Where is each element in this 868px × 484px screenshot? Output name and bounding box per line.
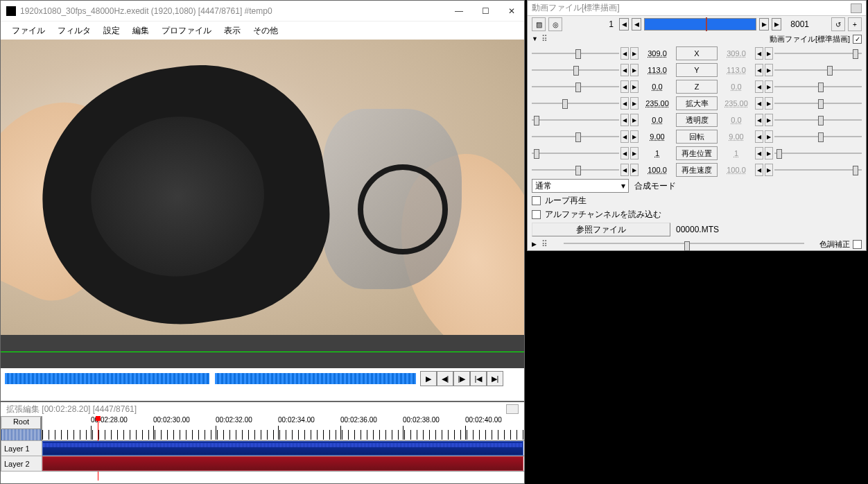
dec-button[interactable]: ◀ xyxy=(620,80,629,93)
param-slider-left[interactable] xyxy=(532,63,619,77)
dec-button[interactable]: ◀ xyxy=(755,64,763,76)
param-slider-right[interactable] xyxy=(774,163,862,177)
play-button[interactable]: ▶ xyxy=(420,371,437,386)
inc-button[interactable]: ▶ xyxy=(765,64,773,76)
param-value-left[interactable]: 113.0 xyxy=(640,66,675,74)
inc-button[interactable]: ▶ xyxy=(765,147,773,159)
param-value-right[interactable]: 235.00 xyxy=(719,99,754,107)
inc-button[interactable]: ▶ xyxy=(630,130,639,143)
layer-track-2[interactable] xyxy=(42,456,524,472)
param-slider-left[interactable] xyxy=(532,80,619,94)
layer-track-1[interactable] xyxy=(42,441,524,456)
section-header-2[interactable]: ▶ ⠿ 色調補正 xyxy=(528,238,866,250)
maximize-button[interactable]: ☐ xyxy=(478,4,492,18)
layer-label[interactable]: Layer 2 xyxy=(1,456,42,472)
param-slider-right[interactable] xyxy=(774,130,862,144)
slider-thumb[interactable] xyxy=(575,132,581,142)
section-enable-checkbox[interactable] xyxy=(853,240,862,249)
slider-thumb[interactable] xyxy=(534,116,539,126)
dec-button[interactable]: ◀ xyxy=(755,147,763,159)
param-name-button[interactable]: 回転 xyxy=(676,130,718,144)
slider-thumb[interactable] xyxy=(818,132,824,142)
inc-button[interactable]: ▶ xyxy=(630,164,639,176)
section-slider[interactable] xyxy=(564,239,804,248)
slider-thumb[interactable] xyxy=(534,149,539,159)
section-enable-checkbox[interactable]: ✓ xyxy=(853,35,862,44)
layer-label[interactable]: Layer 1 xyxy=(1,441,42,456)
goto-end-button[interactable]: ▶| xyxy=(487,371,503,386)
step-back-button[interactable]: ◀| xyxy=(437,371,453,386)
seek-marker[interactable] xyxy=(706,17,707,31)
inc-button[interactable]: ▶ xyxy=(765,97,773,110)
param-value-right[interactable]: 0.0 xyxy=(719,116,754,124)
frame-prev2-button[interactable]: ◀ xyxy=(632,18,641,31)
timeline-collapse-button[interactable] xyxy=(506,404,519,414)
menu-edit[interactable]: 編集 xyxy=(128,24,153,38)
reference-file-button[interactable]: 参照ファイル xyxy=(532,223,670,236)
dec-button[interactable]: ◀ xyxy=(620,64,629,76)
tool-icon-c[interactable]: ↺ xyxy=(831,17,845,31)
grip-icon[interactable]: ⠿ xyxy=(541,239,548,249)
dec-button[interactable]: ◀ xyxy=(755,80,763,93)
add-effect-button[interactable]: + xyxy=(848,17,862,31)
inc-button[interactable]: ▶ xyxy=(630,114,639,126)
root-button[interactable]: Root xyxy=(1,417,41,429)
section-header-1[interactable]: ▼ ⠿ 動画ファイル[標準描画] ✓ xyxy=(528,33,866,45)
param-slider-left[interactable] xyxy=(532,113,619,127)
inc-button[interactable]: ▶ xyxy=(765,47,773,60)
inc-button[interactable]: ▶ xyxy=(630,147,639,159)
param-slider-left[interactable] xyxy=(532,130,619,144)
timeline-ruler[interactable]: Root 00:02:28.00 00:02:30.00 00:02:32.00… xyxy=(1,416,524,441)
slider-thumb[interactable] xyxy=(853,49,858,59)
frame-current[interactable]: 1 xyxy=(589,19,616,29)
menu-profile[interactable]: プロファイル xyxy=(157,24,216,38)
menu-settings[interactable]: 設定 xyxy=(99,24,124,38)
properties-title-bar[interactable]: 動画ファイル[標準描画] xyxy=(528,1,866,16)
close-button[interactable]: ✕ xyxy=(505,4,519,18)
blend-mode-select[interactable]: 通常▾ xyxy=(532,179,629,193)
dec-button[interactable]: ◀ xyxy=(755,164,763,176)
param-slider-right[interactable] xyxy=(774,80,862,94)
minimize-button[interactable]: — xyxy=(452,4,466,18)
param-value-left[interactable]: 309.0 xyxy=(640,49,675,58)
param-value-right[interactable]: 1 xyxy=(719,149,754,157)
tool-icon-a[interactable]: ▨ xyxy=(532,17,546,31)
grip-icon[interactable]: ⠿ xyxy=(541,34,548,44)
inc-button[interactable]: ▶ xyxy=(765,114,773,126)
inc-button[interactable]: ▶ xyxy=(630,80,639,93)
slider-thumb[interactable] xyxy=(853,166,858,175)
param-name-button[interactable]: Z xyxy=(676,80,718,94)
param-value-left[interactable]: 0.0 xyxy=(640,116,675,124)
param-slider-left[interactable] xyxy=(532,96,619,110)
frame-next2-button[interactable]: ▶ xyxy=(772,18,781,31)
param-value-left[interactable]: 9.00 xyxy=(640,132,675,141)
param-value-left[interactable]: 0.0 xyxy=(640,83,675,91)
slider-thumb[interactable] xyxy=(575,49,581,59)
inc-button[interactable]: ▶ xyxy=(630,97,639,110)
tool-icon-b[interactable]: ◎ xyxy=(548,17,562,31)
param-value-right[interactable]: 9.00 xyxy=(719,132,754,141)
slider-thumb[interactable] xyxy=(818,99,824,109)
param-name-button[interactable]: 再生速度 xyxy=(676,163,718,177)
menu-filter[interactable]: フィルタ xyxy=(53,24,95,38)
video-clip[interactable] xyxy=(42,441,523,456)
menu-other[interactable]: その他 xyxy=(249,24,282,38)
dec-button[interactable]: ◀ xyxy=(620,114,629,126)
range-segment-a[interactable] xyxy=(5,373,209,384)
timeline-ticks[interactable]: 00:02:28.00 00:02:30.00 00:02:32.00 00:0… xyxy=(42,416,524,441)
alpha-checkbox[interactable] xyxy=(532,210,541,219)
loop-checkbox[interactable] xyxy=(532,196,541,205)
inc-button[interactable]: ▶ xyxy=(765,80,773,93)
dec-button[interactable]: ◀ xyxy=(620,47,629,60)
properties-collapse-button[interactable] xyxy=(851,3,862,13)
expand-icon[interactable]: ▶ xyxy=(532,241,539,248)
slider-thumb[interactable] xyxy=(573,66,579,76)
slider-thumb[interactable] xyxy=(684,241,690,251)
param-name-button[interactable]: 再生位置 xyxy=(676,146,718,160)
step-fwd-button[interactable]: |▶ xyxy=(453,371,470,386)
slider-thumb[interactable] xyxy=(818,116,824,126)
dec-button[interactable]: ◀ xyxy=(620,164,629,176)
param-slider-right[interactable] xyxy=(774,96,862,110)
dec-button[interactable]: ◀ xyxy=(755,97,763,110)
inc-button[interactable]: ▶ xyxy=(765,164,773,176)
